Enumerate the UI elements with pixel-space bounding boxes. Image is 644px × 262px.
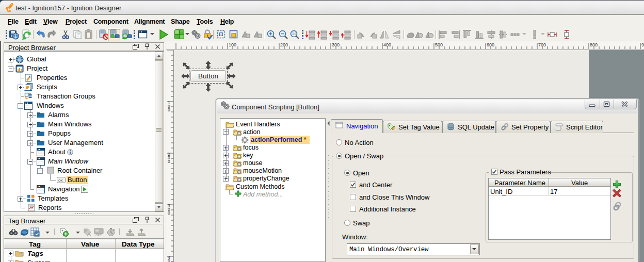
svg-text:0: 0 <box>168 258 170 262</box>
svg-text:100: 100 <box>229 42 236 47</box>
svg-text:OK: OK <box>58 179 63 182</box>
svg-text:OPC: OPC <box>95 234 102 237</box>
svg-text:400: 400 <box>383 42 391 47</box>
svg-text:0: 0 <box>168 159 170 164</box>
svg-text:0: 0 <box>168 210 170 216</box>
svg-text:200: 200 <box>280 42 288 47</box>
svg-text:900: 900 <box>641 42 644 47</box>
svg-text:700: 700 <box>538 42 546 47</box>
svg-text:1:1: 1:1 <box>292 32 297 36</box>
svg-text:800: 800 <box>590 42 598 47</box>
svg-text:0: 0 <box>168 107 170 112</box>
svg-text:300: 300 <box>332 42 340 47</box>
svg-text:600: 600 <box>487 42 494 47</box>
svg-text:500: 500 <box>435 42 443 47</box>
